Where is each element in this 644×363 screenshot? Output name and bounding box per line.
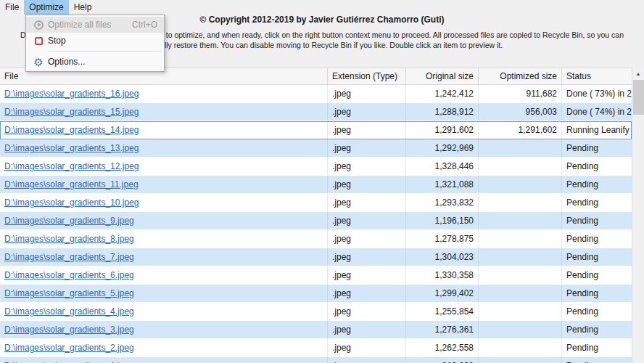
file-link[interactable]: D:\images\solar_gradients_15.jpeg <box>4 107 139 117</box>
file-link[interactable]: D:\images\solar_gradients_14.jpeg <box>4 125 139 135</box>
table-row[interactable]: D:\images\solar_gradients_2.jpeg .jpeg 1… <box>0 339 632 357</box>
table-row[interactable]: D:\images\solar_gradients_15.jpeg .jpeg … <box>0 103 632 121</box>
extension-cell: .jpeg <box>328 194 406 211</box>
file-link[interactable]: D:\images\solar_gradients_9.jpeg <box>4 216 134 226</box>
file-link[interactable]: D:\images\solar_gradients_12.jpeg <box>4 161 139 171</box>
gear-icon: ⚙ <box>29 57 48 68</box>
status-cell: Pending <box>562 139 632 157</box>
original-size-cell: 1,278,875 <box>406 230 479 248</box>
file-link[interactable]: D:\images\solar_gradients_7.jpeg <box>4 252 134 262</box>
file-link[interactable]: D:\images\solar_gradients_13.jpeg <box>4 143 139 153</box>
menu-help[interactable]: Help <box>69 0 97 15</box>
status-cell: Pending <box>562 339 632 356</box>
status-cell: Pending <box>562 357 632 363</box>
file-table: File Extension (Type) Original size Opti… <box>0 68 632 363</box>
column-header-extension[interactable]: Extension (Type) <box>328 68 406 84</box>
original-size-cell: 1,276,361 <box>406 321 479 338</box>
status-cell: Done ( 73%) in 2 <box>562 85 632 102</box>
extension-cell: .jpeg <box>328 321 406 338</box>
table-row[interactable]: D:\images\solar_gradients_5.jpeg .jpeg 1… <box>0 285 632 303</box>
original-size-cell: 1,196,150 <box>406 212 479 229</box>
original-size-cell: 1,304,023 <box>406 248 479 266</box>
optimized-size-cell <box>479 285 562 302</box>
extension-cell: .jpeg <box>328 85 406 102</box>
column-header-original-size[interactable]: Original size <box>406 68 479 84</box>
optimized-size-cell: 1,291,602 <box>479 121 562 139</box>
status-cell: Pending <box>562 194 632 211</box>
extension-cell: .jpeg <box>328 158 406 175</box>
table-row[interactable]: D:\images\solar_gradients_9.jpeg .jpeg 1… <box>0 212 632 230</box>
file-link[interactable]: D:\images\solar_gradients_4.jpeg <box>4 306 134 317</box>
optimized-size-cell <box>479 212 562 229</box>
file-cell: D:\images\solar_gradients_1.jpeg <box>0 357 328 363</box>
file-cell: D:\images\solar_gradients_7.jpeg <box>0 248 328 266</box>
file-cell: D:\images\solar_gradients_12.jpeg <box>0 158 328 175</box>
optimized-size-cell <box>479 303 562 320</box>
status-cell: Pending <box>562 158 632 175</box>
play-circle-icon <box>29 20 48 30</box>
vertical-scrollbar[interactable]: ▲ <box>632 68 644 363</box>
table-row[interactable]: D:\images\solar_gradients_10.jpeg .jpeg … <box>0 194 632 212</box>
optimized-size-cell <box>479 230 562 248</box>
file-cell: D:\images\solar_gradients_14.jpeg <box>0 121 328 139</box>
file-link[interactable]: D:\images\solar_gradients_5.jpeg <box>4 288 134 298</box>
table-row[interactable]: D:\images\solar_gradients_12.jpeg .jpeg … <box>0 158 632 176</box>
file-link[interactable]: D:\images\solar_gradients_11.jpeg <box>4 179 139 189</box>
file-cell: D:\images\solar_gradients_13.jpeg <box>0 139 328 157</box>
menu-item-options[interactable]: ⚙ Options... <box>26 54 164 70</box>
menu-separator <box>48 51 162 52</box>
menu-item-stop[interactable]: Stop <box>26 33 164 49</box>
status-cell: Pending <box>562 176 632 193</box>
optimized-size-cell <box>479 139 562 157</box>
extension-cell: .jpeg <box>328 176 406 193</box>
column-header-status[interactable]: Status <box>562 68 632 84</box>
menu-item-optimize-all-files[interactable]: Optimize all files Ctrl+O <box>26 17 164 33</box>
table-row[interactable]: D:\images\solar_gradients_14.jpeg .jpeg … <box>0 121 632 139</box>
table-row[interactable]: D:\images\solar_gradients_16.jpeg .jpeg … <box>0 85 632 103</box>
file-link[interactable]: D:\images\solar_gradients_8.jpeg <box>4 234 134 244</box>
file-link[interactable]: D:\images\solar_gradients_10.jpeg <box>4 197 139 208</box>
file-link[interactable]: D:\images\solar_gradients_2.jpeg <box>4 343 134 353</box>
file-cell: D:\images\solar_gradients_11.jpeg <box>0 176 328 193</box>
table-row[interactable]: D:\images\solar_gradients_1.jpeg .jpeg 8… <box>0 357 632 363</box>
original-size-cell: 1,255,854 <box>406 303 479 320</box>
table-row[interactable]: D:\images\solar_gradients_4.jpeg .jpeg 1… <box>0 303 632 321</box>
extension-cell: .jpeg <box>328 303 406 320</box>
menu-item-shortcut: Ctrl+O <box>132 20 157 30</box>
extension-cell: .jpeg <box>328 285 406 302</box>
optimized-size-cell <box>479 357 562 363</box>
status-cell: Pending <box>562 212 632 229</box>
scrollbar-thumb[interactable] <box>633 80 644 115</box>
menu-file[interactable]: File <box>0 0 24 15</box>
file-link[interactable]: D:\images\solar_gradients_6.jpeg <box>4 270 134 280</box>
table-row[interactable]: D:\images\solar_gradients_7.jpeg .jpeg 1… <box>0 248 632 266</box>
table-row[interactable]: D:\images\solar_gradients_11.jpeg .jpeg … <box>0 176 632 194</box>
table-row[interactable]: D:\images\solar_gradients_6.jpeg .jpeg 1… <box>0 266 632 285</box>
original-size-cell: 1,321,088 <box>406 176 479 193</box>
file-cell: D:\images\solar_gradients_6.jpeg <box>0 266 328 284</box>
original-size-cell: 813,608 <box>406 357 479 363</box>
status-cell: Pending <box>562 248 632 266</box>
original-size-cell: 1,288,912 <box>406 103 479 121</box>
optimized-size-cell <box>479 158 562 175</box>
extension-cell: .jpeg <box>328 248 406 266</box>
optimized-size-cell <box>479 248 562 266</box>
original-size-cell: 1,291,602 <box>406 121 479 139</box>
scrollbar-up-arrow-icon[interactable]: ▲ <box>632 68 644 80</box>
extension-cell: .jpeg <box>328 357 406 363</box>
table-row[interactable]: D:\images\solar_gradients_8.jpeg .jpeg 1… <box>0 230 632 248</box>
status-cell: Pending <box>562 321 632 338</box>
menu-optimize[interactable]: Optimize <box>24 0 68 15</box>
optimized-size-cell <box>479 321 562 338</box>
extension-cell: .jpeg <box>328 139 406 157</box>
file-link[interactable]: D:\images\solar_gradients_3.jpeg <box>4 325 134 335</box>
file-cell: D:\images\solar_gradients_8.jpeg <box>0 230 328 248</box>
optimize-dropdown-menu: Optimize all files Ctrl+O Stop ⚙ Options… <box>25 15 165 72</box>
table-row[interactable]: D:\images\solar_gradients_13.jpeg .jpeg … <box>0 139 632 158</box>
table-row[interactable]: D:\images\solar_gradients_3.jpeg .jpeg 1… <box>0 321 632 339</box>
file-cell: D:\images\solar_gradients_16.jpeg <box>0 85 328 102</box>
file-link[interactable]: D:\images\solar_gradients_16.jpeg <box>4 89 139 99</box>
original-size-cell: 1,262,558 <box>406 339 479 356</box>
file-cell: D:\images\solar_gradients_3.jpeg <box>0 321 328 338</box>
column-header-optimized-size[interactable]: Optimized size <box>479 68 562 84</box>
